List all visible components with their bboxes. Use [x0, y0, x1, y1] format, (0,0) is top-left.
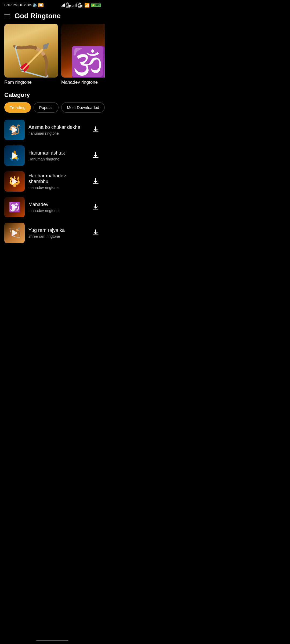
download-icon: [92, 177, 99, 185]
ringtone-thumbnail: 🔱: [4, 171, 25, 192]
hamburger-line-1: [4, 14, 10, 14]
hamburger-line-3: [4, 18, 10, 18]
ringtone-info: Har har mahadev shambhu mahadev ringtone: [28, 173, 87, 190]
ringtone-info: Mahadev mahadev ringtone: [28, 202, 87, 213]
battery-icon: ⚡ 33%: [91, 3, 101, 7]
app-header: God Ringtone: [0, 9, 105, 24]
status-bar: 12:07 PM | 0.3KB/s ⚙️ 💬 VoWiFi VoWiFi 📶 …: [0, 0, 105, 9]
download-button[interactable]: [91, 202, 100, 213]
ringtone-name: Hanuman ashtak: [28, 150, 87, 156]
ringtone-name: Mahadev: [28, 202, 87, 207]
status-right: VoWiFi VoWiFi 📶 ⚡ 33%: [61, 2, 101, 8]
featured-scroll: 🏹 Ram ringtone 🕉️ Mahadev ringtone: [0, 24, 105, 87]
play-btn-overlay: [4, 197, 25, 217]
time-display: 12:07 PM | 0.3KB/s: [4, 3, 31, 7]
ringtone-list: 🐒 Aasma ko chukar dekha hanuman ringtone…: [0, 115, 105, 248]
category-tabs: Trending Popular Most Downloaded: [4, 102, 100, 113]
category-title: Category: [4, 92, 100, 98]
ringtone-subcategory: hanuman ringtone: [28, 131, 87, 136]
category-section: Category Trending Popular Most Downloade…: [0, 87, 105, 115]
download-icon: [92, 229, 99, 236]
download-button[interactable]: [91, 151, 100, 161]
tab-popular[interactable]: Popular: [34, 102, 59, 113]
ringtone-thumbnail: 🏹: [4, 223, 25, 243]
vo-wifi-label2: VoWiFi: [78, 2, 83, 8]
download-button[interactable]: [91, 125, 100, 135]
ringtone-info: Yug ram rajya ka shree ram ringtone: [28, 228, 87, 239]
ringtone-subcategory: mahadev ringtone: [28, 208, 87, 213]
vo-wifi-label1: VoWiFi: [66, 2, 71, 8]
ringtone-thumbnail: 🕉️: [4, 197, 25, 217]
ringtone-subcategory: Hanuman ringtone: [28, 157, 87, 161]
tab-trending[interactable]: Trending: [4, 102, 31, 113]
tab-most-downloaded[interactable]: Most Downloaded: [61, 102, 105, 113]
play-triangle-icon: [12, 178, 18, 185]
download-button[interactable]: [91, 176, 100, 187]
play-triangle-icon: [12, 152, 18, 159]
menu-button[interactable]: [4, 14, 10, 18]
ringtone-name: Yug ram rajya ka: [28, 228, 87, 233]
list-item[interactable]: 🔱 Har har mahadev shambhu mahadev ringto…: [0, 169, 105, 194]
mahadev-label: Mahadev ringtone: [61, 80, 105, 85]
ringtone-info: Hanuman ashtak Hanuman ringtone: [28, 150, 87, 161]
play-btn-overlay: [4, 120, 25, 140]
ram-label: Ram ringtone: [4, 80, 58, 85]
wifi-icon: 📶: [84, 3, 90, 8]
list-item[interactable]: 🕉️ Mahadev mahadev ringtone: [0, 194, 105, 220]
signal-bars-2: [73, 3, 77, 7]
featured-card-mahadev[interactable]: 🕉️ Mahadev ringtone: [61, 24, 105, 85]
ram-figure: 🏹: [4, 24, 58, 78]
play-triangle-icon: [12, 127, 18, 133]
mahadev-card-image: 🕉️: [61, 24, 105, 78]
featured-card-ram[interactable]: 🏹 Ram ringtone: [4, 24, 58, 85]
play-triangle-icon: [12, 204, 18, 210]
list-item[interactable]: 🏹 Yug ram rajya ka shree ram ringtone: [0, 220, 105, 246]
page-title: God Ringtone: [15, 12, 61, 20]
ringtone-subcategory: mahadev ringtone: [28, 185, 87, 190]
list-item[interactable]: 🐒 Aasma ko chukar dekha hanuman ringtone: [0, 117, 105, 143]
download-button[interactable]: [91, 228, 100, 238]
download-icon: [92, 152, 99, 159]
ringtone-name: Aasma ko chukar dekha: [28, 125, 87, 130]
ringtone-info: Aasma ko chukar dekha hanuman ringtone: [28, 125, 87, 136]
signal-bars: [61, 3, 65, 7]
ringtone-subcategory: shree ram ringtone: [28, 234, 87, 239]
shiva-figure: 🕉️: [61, 24, 105, 78]
chat-icon: 💬: [38, 3, 44, 7]
play-btn-overlay: [4, 171, 25, 192]
play-btn-overlay: [4, 223, 25, 243]
play-btn-overlay: [4, 145, 25, 166]
status-time: 12:07 PM | 0.3KB/s ⚙️ 💬: [4, 3, 44, 7]
hamburger-line-2: [4, 16, 10, 16]
ram-card-image: 🏹: [4, 24, 58, 78]
download-icon: [92, 126, 99, 133]
battery-percent: 33%: [95, 4, 100, 7]
download-icon: [92, 203, 99, 211]
ringtone-thumbnail: 🐒: [4, 120, 25, 140]
ringtone-name: Har har mahadev shambhu: [28, 173, 87, 184]
list-item[interactable]: 🙏 Hanuman ashtak Hanuman ringtone: [0, 143, 105, 169]
ringtone-thumbnail: 🙏: [4, 145, 25, 166]
notification-icon: ⚙️: [32, 3, 37, 7]
play-triangle-icon: [12, 230, 18, 236]
